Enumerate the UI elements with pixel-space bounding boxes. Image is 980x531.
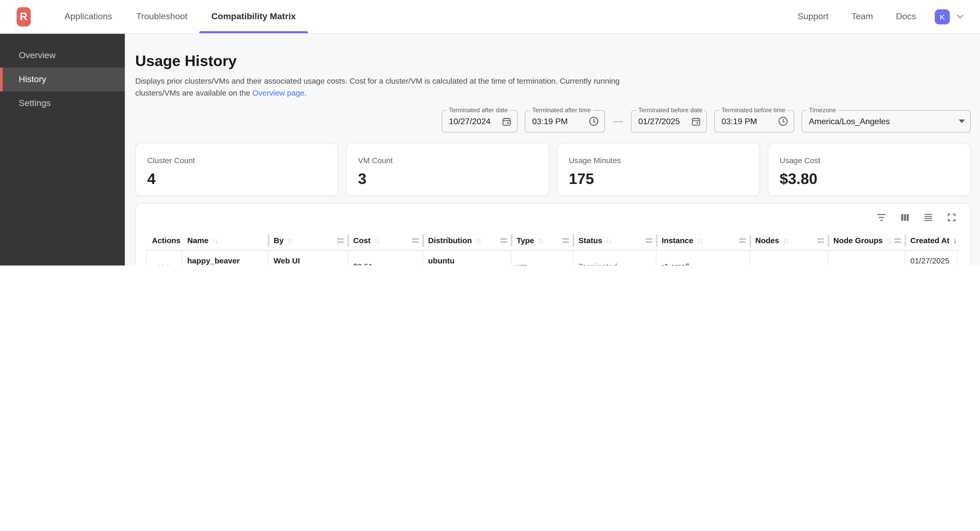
sort-desc-icon[interactable]: ↓ <box>953 236 957 245</box>
nav-compatibility-matrix[interactable]: Compatibility Matrix <box>199 0 308 33</box>
stat-label: VM Count <box>358 156 537 165</box>
logo-letter: R <box>20 10 27 23</box>
sort-icon[interactable]: ↑↓ <box>374 236 379 244</box>
sort-icon[interactable]: ↑↓ <box>538 236 543 244</box>
sort-icon[interactable]: ↑↓ <box>476 236 480 244</box>
column-header-cost[interactable]: Cost↑↓ <box>348 231 423 250</box>
column-header-status[interactable]: Status↑↓ <box>573 231 657 250</box>
column-header-label: Type <box>517 236 534 245</box>
clock-icon[interactable] <box>583 116 599 127</box>
chevron-down-icon[interactable] <box>955 11 966 22</box>
nav-team[interactable]: Team <box>842 11 882 22</box>
primary-nav: Applications Troubleshoot Compatibility … <box>52 0 308 33</box>
column-menu-icon[interactable] <box>412 238 419 243</box>
cell-cost: $0.51 <box>348 250 423 265</box>
cost-value: $0.51 <box>353 262 417 265</box>
cell-type: vm <box>511 250 573 265</box>
column-header-label: Cost <box>353 236 371 245</box>
sort-icon[interactable]: ↑↓ <box>212 236 218 244</box>
stat-label: Usage Cost <box>780 156 959 165</box>
column-menu-icon[interactable] <box>562 238 569 243</box>
clock-icon[interactable] <box>772 116 789 127</box>
column-header-label: Nodes <box>755 236 779 245</box>
table-body: •••happy_beavera48d9324Web UIname@domain… <box>146 250 960 265</box>
terminated-before-time-field[interactable]: Terminated before time 03:19 PM <box>714 110 794 133</box>
column-header-node_groups[interactable]: Node Groups↑↓ <box>828 231 905 250</box>
timezone-select[interactable]: Timezone America/Los_Angeles <box>802 110 970 133</box>
columns-icon[interactable] <box>900 212 910 222</box>
status-value: Terminated <box>578 262 651 265</box>
column-header-by[interactable]: By↑↓ <box>269 231 348 250</box>
sidebar-item-history[interactable]: History <box>0 68 125 92</box>
stats-row: Cluster Count 4 VM Count 3 Usage Minutes… <box>135 143 970 196</box>
column-header-label: Instance <box>662 236 694 245</box>
timezone-label: Timezone <box>807 106 838 114</box>
app-shell: Overview History Settings Usage History … <box>0 34 980 265</box>
page-title: Usage History <box>135 54 970 68</box>
row-actions-button[interactable]: ••• <box>157 264 171 265</box>
cluster-name: happy_beaver <box>187 256 262 265</box>
cell-status: Terminated <box>573 250 657 265</box>
nav-applications[interactable]: Applications <box>52 0 124 33</box>
column-header-instance[interactable]: Instance↑↓ <box>657 231 750 250</box>
nav-support[interactable]: Support <box>788 11 838 22</box>
terminated-after-date-label: Terminated after date <box>447 106 510 114</box>
node-groups-value: - <box>833 262 899 265</box>
column-header-label: By <box>274 236 283 245</box>
column-menu-icon[interactable] <box>646 238 652 243</box>
caret-down-icon[interactable] <box>953 119 965 123</box>
column-menu-icon[interactable] <box>500 238 507 243</box>
cell-distribution: ubuntu24.04 <box>423 250 511 265</box>
created-by-source: Web UI <box>274 256 342 265</box>
sidebar-item-settings[interactable]: Settings <box>0 92 125 115</box>
calendar-icon[interactable] <box>496 116 512 127</box>
column-header-label: Node Groups <box>833 236 883 245</box>
replicated-logo[interactable]: R <box>17 7 31 26</box>
app-viewport: R Applications Troubleshoot Compatibilit… <box>0 0 980 265</box>
cell-actions: ••• <box>147 250 182 265</box>
column-header-created_at[interactable]: Created At↓ <box>905 231 957 250</box>
filter-bar: Terminated after date 10/27/2024 Termina… <box>135 110 970 133</box>
sort-icon[interactable]: ↑↓ <box>886 236 892 244</box>
terminated-before-date-value: 01/27/2025 <box>638 117 680 126</box>
column-header-name[interactable]: Name↑↓ <box>182 231 269 250</box>
fullscreen-icon[interactable] <box>947 212 956 222</box>
column-header-nodes[interactable]: Nodes↑↓ <box>750 231 828 250</box>
sidebar: Overview History Settings <box>0 34 125 265</box>
stat-card-vm-count: VM Count 3 <box>346 143 549 196</box>
calendar-icon[interactable] <box>686 116 701 127</box>
stat-card-usage-cost: Usage Cost $3.80 <box>768 143 971 196</box>
sort-icon[interactable]: ↑↓ <box>697 236 702 244</box>
sort-icon[interactable]: ↑↓ <box>287 236 292 244</box>
usage-table-card: ActionsName↑↓By↑↓Cost↑↓Distribution↑↓Typ… <box>135 203 970 265</box>
sort-icon[interactable]: ↑↓ <box>606 236 611 244</box>
terminated-after-time-field[interactable]: Terminated after time 03:19 PM <box>525 110 605 133</box>
date-range-dash: — <box>613 116 623 127</box>
terminated-before-date-field[interactable]: Terminated before date 01/27/2025 <box>631 110 707 133</box>
sidebar-item-overview[interactable]: Overview <box>0 44 125 68</box>
terminated-after-time-value: 03:19 PM <box>532 117 568 126</box>
density-icon[interactable] <box>923 212 933 222</box>
nav-docs[interactable]: Docs <box>887 11 925 22</box>
instance-value: r1.small <box>662 262 745 265</box>
column-header-label: Actions <box>152 236 180 245</box>
type-value: vm <box>517 262 568 265</box>
timezone-value: America/Los_Angeles <box>809 117 890 126</box>
top-nav: R Applications Troubleshoot Compatibilit… <box>0 0 980 34</box>
column-menu-icon[interactable] <box>894 238 901 243</box>
overview-page-link[interactable]: Overview page <box>252 88 304 97</box>
terminated-before-time-label: Terminated before time <box>719 106 787 114</box>
column-menu-icon[interactable] <box>337 238 344 243</box>
filter-icon[interactable] <box>877 212 886 222</box>
column-header-type[interactable]: Type↑↓ <box>511 231 573 250</box>
cell-name: happy_beavera48d9324 <box>182 250 269 265</box>
terminated-before-time-value: 03:19 PM <box>721 117 757 126</box>
column-header-distribution[interactable]: Distribution↑↓ <box>423 231 511 250</box>
column-menu-icon[interactable] <box>817 238 824 243</box>
user-avatar[interactable]: K <box>935 9 950 24</box>
column-menu-icon[interactable] <box>739 238 746 243</box>
cell-instance: r1.small <box>657 250 750 265</box>
nav-troubleshoot[interactable]: Troubleshoot <box>124 0 199 33</box>
sort-icon[interactable]: ↑↓ <box>783 236 788 244</box>
terminated-after-date-field[interactable]: Terminated after date 10/27/2024 <box>442 110 517 133</box>
